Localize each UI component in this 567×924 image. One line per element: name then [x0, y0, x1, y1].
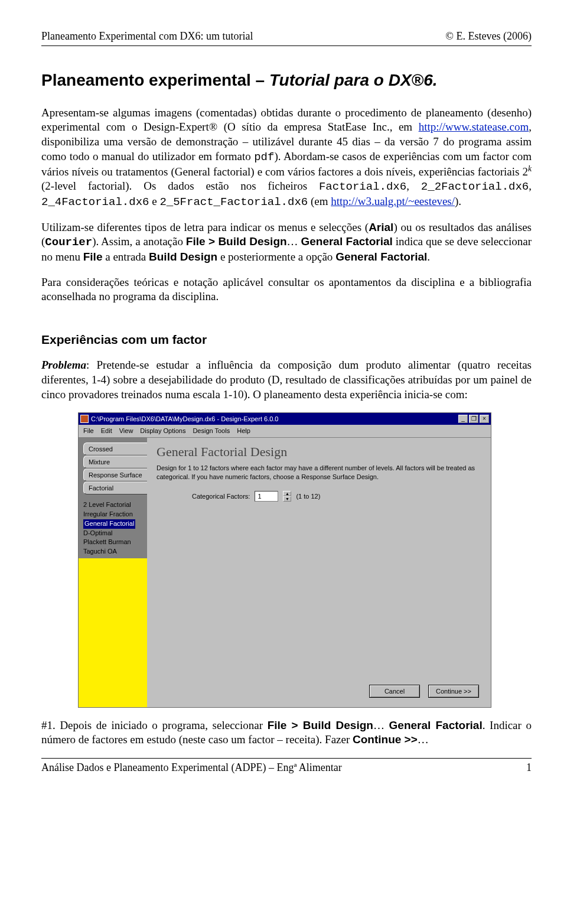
sidebar-yellow-panel [79, 558, 147, 707]
design-category-tabs: Crossed Mixture Response Surface Factori… [79, 438, 147, 707]
panel-title: General Factorial Design [157, 444, 481, 461]
menu-display-options[interactable]: Display Options [140, 427, 185, 435]
menu-help[interactable]: Help [237, 427, 250, 435]
page-title: Planeamento experimental – Tutorial para… [41, 70, 532, 91]
factors-hint: (1 to 12) [296, 492, 320, 500]
chevron-down-icon[interactable]: ▼ [283, 496, 291, 502]
window-titlebar: C:\Program Files\DX6\DATA\MyDesign.dx6 -… [79, 413, 491, 425]
link-statease[interactable]: http://www.statease.com [419, 121, 529, 133]
subtype-2level[interactable]: 2 Level Factorial [83, 500, 147, 510]
subtype-irregular[interactable]: Irregular Fraction [83, 510, 147, 519]
cancel-button[interactable]: Cancel [369, 685, 420, 698]
menu-edit[interactable]: Edit [101, 427, 112, 435]
page-footer: Análise Dados e Planeamento Experimental… [41, 761, 532, 775]
app-screenshot: C:\Program Files\DX6\DATA\MyDesign.dx6 -… [78, 412, 491, 707]
factors-label: Categorical Factors: [192, 492, 250, 500]
tab-crossed[interactable]: Crossed [83, 443, 147, 456]
tab-mixture[interactable]: Mixture [83, 456, 147, 468]
tab-response-surface[interactable]: Response Surface [83, 468, 147, 481]
factorial-subtypes: 2 Level Factorial Irregular Fraction Gen… [83, 500, 147, 557]
panel-description: Design for 1 to 12 factors where each fa… [157, 464, 481, 481]
footer-pagenum: 1 [526, 761, 532, 775]
design-panel: General Factorial Design Design for 1 to… [147, 438, 491, 707]
footer-left: Análise Dados e Planeamento Experimental… [41, 761, 342, 775]
footer-rule [41, 758, 532, 759]
header-right: © E. Esteves (2006) [445, 30, 532, 43]
subtype-taguchi[interactable]: Taguchi OA [83, 547, 147, 557]
continue-button[interactable]: Continue >> [428, 685, 479, 698]
problem-paragraph: Problema: Pretende-se estudar a influênc… [41, 358, 532, 402]
minimize-button[interactable]: _ [458, 415, 468, 423]
intro-paragraph-3: Para considerações teóricas e notação ap… [41, 275, 532, 304]
close-button[interactable]: × [480, 415, 489, 423]
subtype-general-factorial[interactable]: General Factorial [83, 519, 135, 529]
section-heading: Experiências com um factor [41, 331, 532, 347]
intro-paragraph-1: Apresentam-se algumas imagens (comentada… [41, 106, 532, 210]
menu-file[interactable]: File [83, 427, 94, 435]
menubar: File Edit View Display Options Design To… [79, 425, 491, 437]
header-left: Planeamento Experimental com DX6: um tut… [41, 30, 253, 43]
window-title: C:\Program Files\DX6\DATA\MyDesign.dx6 -… [91, 415, 278, 423]
menu-design-tools[interactable]: Design Tools [193, 427, 230, 435]
app-icon [80, 415, 89, 423]
chevron-up-icon[interactable]: ▲ [283, 491, 291, 496]
title-italic: Tutorial para o DX®6. [269, 71, 438, 89]
step-1-paragraph: #1. Depois de iniciado o programa, selec… [41, 718, 532, 747]
intro-paragraph-2: Utilizam-se diferentes tipos de letra pa… [41, 220, 532, 265]
factors-spinner[interactable]: ▲▼ [283, 491, 291, 502]
running-header: Planeamento Experimental com DX6: um tut… [41, 30, 532, 43]
header-rule [41, 45, 532, 46]
factors-input[interactable]: 1 [255, 491, 278, 502]
subtype-d-optimal[interactable]: D-Optimal [83, 529, 147, 538]
menu-view[interactable]: View [119, 427, 133, 435]
maximize-button[interactable]: ❐ [469, 415, 478, 423]
link-ualg[interactable]: http://w3.ualg.pt/~eesteves/ [331, 195, 455, 207]
title-plain: Planeamento experimental – [41, 71, 269, 89]
tab-factorial[interactable]: Factorial [83, 481, 147, 494]
subtype-plackett-burman[interactable]: Plackett Burman [83, 538, 147, 547]
